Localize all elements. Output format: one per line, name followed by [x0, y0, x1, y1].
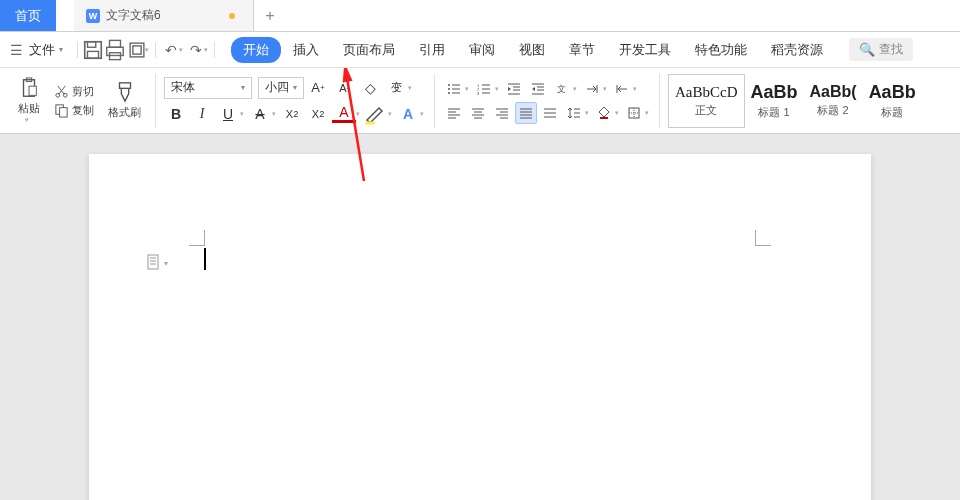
tab-features[interactable]: 特色功能	[683, 37, 759, 63]
margin-corner-tl-icon	[189, 230, 205, 246]
svg-point-17	[448, 84, 450, 86]
tab-settings-icon[interactable]	[581, 78, 603, 100]
tab-page-layout[interactable]: 页面布局	[331, 37, 407, 63]
paragraph-group: ▾ 123▾ 文▾ ▾ ▾ ▾ ▾ ▾	[439, 68, 655, 133]
svg-text:文: 文	[557, 84, 566, 94]
style-heading1[interactable]: AaBb 标题 1	[745, 74, 804, 128]
divider	[77, 42, 78, 58]
svg-rect-66	[148, 255, 158, 269]
line-spacing-icon[interactable]	[563, 102, 585, 124]
style-body[interactable]: AaBbCcD 正文	[668, 74, 745, 128]
tab-resources[interactable]: 稻壳资源	[759, 37, 835, 63]
divider	[214, 42, 215, 58]
style-heading2[interactable]: AaBb( 标题 2	[804, 74, 863, 128]
svg-rect-7	[133, 45, 141, 53]
numbering-icon[interactable]: 123	[473, 78, 495, 100]
font-group: 宋体 ▾ 小四 ▾ A+ A- ◇ 变▾ B I U▾ A▾ X2 X2 A▾ …	[160, 68, 430, 133]
phonetic-icon[interactable]: 变	[384, 76, 408, 100]
styles-group: AaBbCcD 正文 AaBb 标题 1 AaBb( 标题 2 AaBb 标题	[664, 68, 926, 133]
format-painter-button[interactable]: 格式刷	[102, 79, 147, 122]
tab-insert[interactable]: 插入	[281, 37, 331, 63]
hamburger-icon[interactable]: ☰	[10, 42, 23, 58]
search-input[interactable]: 🔍 查找	[849, 38, 913, 61]
subscript-button[interactable]: X2	[306, 102, 330, 126]
title-bar: 首页 W 文字文稿6 +	[0, 0, 960, 32]
divider	[659, 74, 660, 128]
increase-indent-icon[interactable]	[527, 78, 549, 100]
bullets-icon[interactable]	[443, 78, 465, 100]
italic-button[interactable]: I	[190, 102, 214, 126]
svg-rect-2	[88, 51, 99, 58]
align-justify-icon[interactable]	[515, 102, 537, 124]
tab-section[interactable]: 章节	[557, 37, 607, 63]
clipboard-group: 粘贴▾ 剪切 复制 格式刷	[8, 68, 151, 133]
tab-view[interactable]: 视图	[507, 37, 557, 63]
divider	[155, 74, 156, 128]
clear-format-icon[interactable]: ◇	[358, 76, 382, 100]
style-title[interactable]: AaBb 标题	[863, 74, 922, 128]
paragraph-options-icon[interactable]	[147, 254, 161, 270]
shading-icon[interactable]	[593, 102, 615, 124]
save-icon[interactable]	[82, 39, 104, 61]
svg-rect-10	[29, 86, 36, 95]
align-right-icon[interactable]	[491, 102, 513, 124]
svg-point-21	[448, 92, 450, 94]
decrease-indent-icon[interactable]	[503, 78, 525, 100]
margin-corner-tr-icon	[755, 230, 771, 246]
tab-start[interactable]: 开始	[231, 37, 281, 63]
align-left-icon[interactable]	[443, 102, 465, 124]
print-preview-icon[interactable]	[104, 39, 126, 61]
unsaved-indicator-icon	[229, 13, 235, 19]
menu-bar: ☰ 文件 ▾ ▾ ↶ ▾ ↷ ▾ 开始 插入 页面布局 引用 审阅 视图 章节 …	[0, 32, 960, 68]
align-distribute-icon[interactable]	[539, 102, 561, 124]
superscript-button[interactable]: X2	[280, 102, 304, 126]
search-label: 查找	[879, 41, 903, 58]
tab-developer[interactable]: 开发工具	[607, 37, 683, 63]
text-effect-button[interactable]: A	[396, 102, 420, 126]
paste-button[interactable]: 粘贴▾	[12, 75, 46, 126]
tab-references[interactable]: 引用	[407, 37, 457, 63]
font-color-button[interactable]: A	[332, 105, 356, 123]
svg-rect-14	[60, 107, 68, 116]
document-canvas[interactable]: ▾	[0, 134, 960, 500]
chevron-down-icon[interactable]: ▾	[164, 259, 168, 268]
chevron-down-icon: ▾	[293, 83, 297, 92]
shrink-font-icon[interactable]: A-	[332, 76, 356, 100]
page[interactable]: ▾	[89, 154, 871, 500]
borders-icon[interactable]	[623, 102, 645, 124]
svg-rect-16	[366, 121, 375, 124]
file-menu[interactable]: 文件	[29, 41, 55, 59]
doc-icon: W	[86, 9, 100, 23]
divider	[155, 42, 156, 58]
underline-button[interactable]: U	[216, 102, 240, 126]
search-icon: 🔍	[859, 42, 875, 57]
chevron-down-icon: ▾	[241, 83, 245, 92]
tab-document-label: 文字文稿6	[106, 7, 161, 24]
chevron-down-icon[interactable]: ▾	[145, 46, 149, 54]
text-cursor	[204, 248, 206, 270]
svg-rect-15	[119, 83, 130, 89]
bold-button[interactable]: B	[164, 102, 188, 126]
svg-rect-3	[110, 40, 121, 47]
new-tab-button[interactable]: +	[254, 0, 286, 31]
strikethrough-button[interactable]: A	[248, 102, 272, 126]
ribbon: 粘贴▾ 剪切 复制 格式刷 宋体 ▾ 小四 ▾	[0, 68, 960, 134]
svg-text:3: 3	[477, 91, 480, 96]
grow-font-icon[interactable]: A+	[306, 76, 330, 100]
tab-indent-icon[interactable]	[611, 78, 633, 100]
font-size-select[interactable]: 小四 ▾	[258, 77, 304, 99]
tab-review[interactable]: 审阅	[457, 37, 507, 63]
align-center-icon[interactable]	[467, 102, 489, 124]
copy-button[interactable]: 复制	[50, 101, 98, 120]
cut-button[interactable]: 剪切	[50, 82, 98, 101]
chevron-down-icon[interactable]: ▾	[179, 46, 183, 54]
chevron-down-icon[interactable]: ▾	[204, 46, 208, 54]
highlight-button[interactable]	[364, 102, 388, 126]
tab-home[interactable]: 首页	[0, 0, 56, 31]
divider	[434, 74, 435, 128]
chevron-down-icon: ▾	[59, 45, 63, 54]
svg-point-19	[448, 88, 450, 90]
tab-document[interactable]: W 文字文稿6	[74, 0, 254, 31]
font-name-select[interactable]: 宋体 ▾	[164, 77, 252, 99]
text-direction-icon[interactable]: 文	[551, 78, 573, 100]
